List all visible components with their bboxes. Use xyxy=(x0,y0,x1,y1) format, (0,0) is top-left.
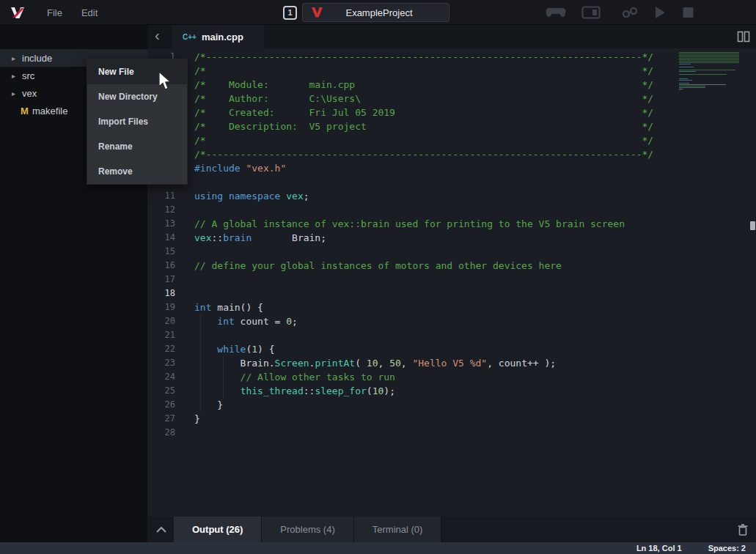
code-text: // Allow other tasks to run xyxy=(175,370,395,384)
sidebar-item-label: include xyxy=(22,53,52,64)
line-number: 16 xyxy=(147,259,175,273)
code-text: /* Description: V5 project */ xyxy=(175,119,653,133)
line-number: 15 xyxy=(147,245,175,259)
cursor-position[interactable]: Ln 18, Col 1 xyxy=(636,544,682,553)
minimap-line xyxy=(679,56,739,57)
code-text: // A global instance of vex::brain used … xyxy=(175,217,625,231)
code-line: 1/*-------------------------------------… xyxy=(147,50,756,64)
indent-guide xyxy=(200,328,201,342)
folder-arrow-icon[interactable]: ▸ xyxy=(12,89,22,97)
indent-setting[interactable]: Spaces: 2 xyxy=(708,544,746,553)
code-line: 3/* Module: main.cpp */ xyxy=(147,78,756,92)
scrollbar-thumb[interactable] xyxy=(750,221,755,230)
code-text: // define your global instances of motor… xyxy=(175,259,562,273)
tab-main-cpp[interactable]: C++ main.cpp xyxy=(172,25,264,48)
minimap-line xyxy=(679,71,696,72)
vex-logo-icon xyxy=(10,6,29,19)
minimap-line xyxy=(679,74,727,75)
code-text xyxy=(175,426,194,440)
code-line: 17 xyxy=(147,273,756,287)
line-number: 27 xyxy=(147,412,175,426)
line-number: 21 xyxy=(147,328,175,342)
indent-guide xyxy=(200,384,201,398)
line-number: 19 xyxy=(147,300,175,314)
code-text: int count = 0; xyxy=(175,314,298,328)
folder-arrow-icon[interactable]: ▸ xyxy=(12,72,22,80)
code-line: 22 while(1) { xyxy=(147,342,756,356)
minimap-line xyxy=(679,89,683,89)
menu-bar: FileEdit xyxy=(47,0,98,25)
code-line: 13// A global instance of vex::brain use… xyxy=(147,217,756,231)
line-number: 23 xyxy=(147,356,175,370)
minimap-line xyxy=(679,87,705,88)
code-text: /* Author: C:\Users\ */ xyxy=(175,92,653,106)
download-icon[interactable] xyxy=(621,5,639,20)
sidebar-item-label: makefile xyxy=(32,106,67,117)
code-text xyxy=(175,203,194,217)
folder-arrow-icon[interactable]: ▸ xyxy=(12,54,22,62)
code-line: 11using namespace vex; xyxy=(147,189,756,203)
code-line: 24 // Allow other tasks to run xyxy=(147,370,756,384)
vex-project-icon xyxy=(312,7,323,18)
play-icon[interactable] xyxy=(653,5,667,20)
minimap-line xyxy=(679,62,739,63)
minimap-line xyxy=(679,78,688,79)
minimap[interactable] xyxy=(679,52,741,93)
code-text: using namespace vex; xyxy=(175,189,309,203)
minimap-line xyxy=(679,80,692,81)
context-menu-item-import-files[interactable]: Import Files xyxy=(87,109,187,134)
mouse-cursor xyxy=(158,71,172,92)
code-line: 20 int count = 0; xyxy=(147,314,756,328)
code-line: 15 xyxy=(147,245,756,259)
project-title-button[interactable]: ExampleProject xyxy=(302,3,449,22)
minimap-line xyxy=(679,55,739,56)
menu-file[interactable]: File xyxy=(47,7,62,18)
minimap-line xyxy=(679,53,739,54)
code-line: 14vex::brain Brain; xyxy=(147,231,756,245)
minimap-line xyxy=(679,64,691,64)
line-number: 12 xyxy=(147,203,175,217)
code-editor[interactable]: 1/*-------------------------------------… xyxy=(147,48,756,517)
line-number: 14 xyxy=(147,231,175,245)
code-text xyxy=(175,328,194,342)
top-bar: FileEdit 1 ExampleProject xyxy=(0,0,756,25)
stop-icon[interactable] xyxy=(681,5,694,20)
code-line: 7/* */ xyxy=(147,133,756,147)
code-text xyxy=(175,287,194,300)
minimap-line xyxy=(679,70,735,70)
indent-guide xyxy=(200,342,201,356)
back-chevron-icon[interactable]: ‹ xyxy=(155,27,166,44)
split-editor-icon[interactable] xyxy=(737,31,750,43)
minimap-line xyxy=(679,84,726,85)
line-number: 24 xyxy=(147,370,175,384)
indent-guide xyxy=(200,370,201,384)
line-number: 18 xyxy=(147,287,175,300)
minimap-line xyxy=(679,90,680,91)
context-menu-item-remove[interactable]: Remove xyxy=(87,159,187,184)
code-line: 18 xyxy=(147,287,756,300)
panel-tab-problems[interactable]: Problems (4) xyxy=(262,517,353,542)
indent-guide xyxy=(223,384,224,398)
slot-indicator[interactable]: 1 xyxy=(283,6,297,20)
code-line: 8/*-------------------------------------… xyxy=(147,147,756,161)
panel-tab-terminal[interactable]: Terminal (0) xyxy=(354,517,442,542)
controller-icon[interactable] xyxy=(546,5,566,20)
code-text: int main() { xyxy=(175,300,263,314)
brain-icon[interactable] xyxy=(581,5,601,20)
expand-panel-icon[interactable] xyxy=(155,525,168,535)
minimap-line xyxy=(679,83,689,84)
code-line: 26 } xyxy=(147,398,756,412)
code-text xyxy=(175,273,194,287)
line-number: 17 xyxy=(147,273,175,287)
code-text: vex::brain Brain; xyxy=(175,231,326,245)
code-text: /*--------------------------------------… xyxy=(175,147,653,161)
menu-edit[interactable]: Edit xyxy=(81,7,98,18)
context-menu: New FileNew DirectoryImport FilesRenameR… xyxy=(87,59,188,185)
panel-tab-output[interactable]: Output (26) xyxy=(174,517,262,542)
line-number: 20 xyxy=(147,314,175,328)
code-text: } xyxy=(175,412,200,426)
tab-label: main.cpp xyxy=(202,32,243,43)
context-menu-item-rename[interactable]: Rename xyxy=(87,134,187,159)
trash-icon[interactable] xyxy=(737,523,749,536)
code-text: /* Created: Fri Jul 05 2019 */ xyxy=(175,106,653,119)
